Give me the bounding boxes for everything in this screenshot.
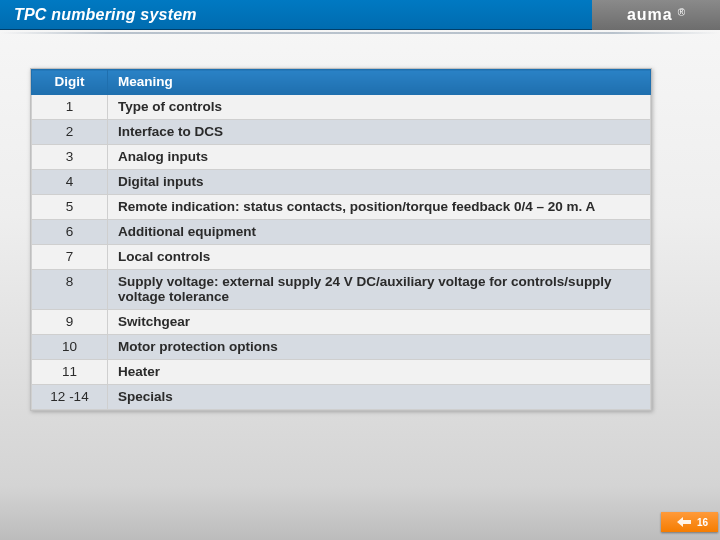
meaning-cell: Heater (108, 360, 651, 385)
digit-cell: 4 (32, 170, 108, 195)
arrow-left-icon (677, 517, 691, 527)
digit-cell: 6 (32, 220, 108, 245)
meaning-cell: Specials (108, 385, 651, 410)
meaning-cell: Digital inputs (108, 170, 651, 195)
title-underline (0, 32, 720, 34)
meaning-cell: Additional equipment (108, 220, 651, 245)
digit-cell: 8 (32, 270, 108, 310)
table: Digit Meaning 1 Type of controls 2 Inter… (31, 69, 651, 410)
meaning-cell: Analog inputs (108, 145, 651, 170)
col-header-digit: Digit (32, 70, 108, 95)
table-row: 7 Local controls (32, 245, 651, 270)
table-row: 3 Analog inputs (32, 145, 651, 170)
page-number-pill: 16 (661, 512, 718, 532)
digit-cell: 2 (32, 120, 108, 145)
meaning-cell: Type of controls (108, 95, 651, 120)
digit-cell: 9 (32, 310, 108, 335)
digit-cell: 11 (32, 360, 108, 385)
numbering-table: Digit Meaning 1 Type of controls 2 Inter… (30, 68, 652, 411)
table-row: 12 -14 Specials (32, 385, 651, 410)
digit-cell: 7 (32, 245, 108, 270)
table-row: 8 Supply voltage: external supply 24 V D… (32, 270, 651, 310)
col-header-meaning: Meaning (108, 70, 651, 95)
brand-name: auma (627, 6, 673, 24)
meaning-cell: Motor protection options (108, 335, 651, 360)
slide: TPC numbering system auma ® Digit Meanin… (0, 0, 720, 540)
table-row: 9 Switchgear (32, 310, 651, 335)
meaning-cell: Interface to DCS (108, 120, 651, 145)
digit-cell: 5 (32, 195, 108, 220)
digit-cell: 12 -14 (32, 385, 108, 410)
digit-cell: 3 (32, 145, 108, 170)
table-row: 6 Additional equipment (32, 220, 651, 245)
table-row: 5 Remote indication: status contacts, po… (32, 195, 651, 220)
brand-logo: auma ® (592, 0, 720, 30)
table-header-row: Digit Meaning (32, 70, 651, 95)
meaning-cell: Remote indication: status contacts, posi… (108, 195, 651, 220)
table-row: 2 Interface to DCS (32, 120, 651, 145)
meaning-cell: Local controls (108, 245, 651, 270)
digit-cell: 10 (32, 335, 108, 360)
table-row: 4 Digital inputs (32, 170, 651, 195)
svg-marker-0 (677, 517, 691, 527)
meaning-cell: Supply voltage: external supply 24 V DC/… (108, 270, 651, 310)
meaning-cell: Switchgear (108, 310, 651, 335)
table-row: 11 Heater (32, 360, 651, 385)
slide-title: TPC numbering system (14, 6, 197, 24)
digit-cell: 1 (32, 95, 108, 120)
page-number: 16 (697, 517, 708, 528)
registered-icon: ® (678, 7, 685, 18)
table-row: 1 Type of controls (32, 95, 651, 120)
table-row: 10 Motor protection options (32, 335, 651, 360)
